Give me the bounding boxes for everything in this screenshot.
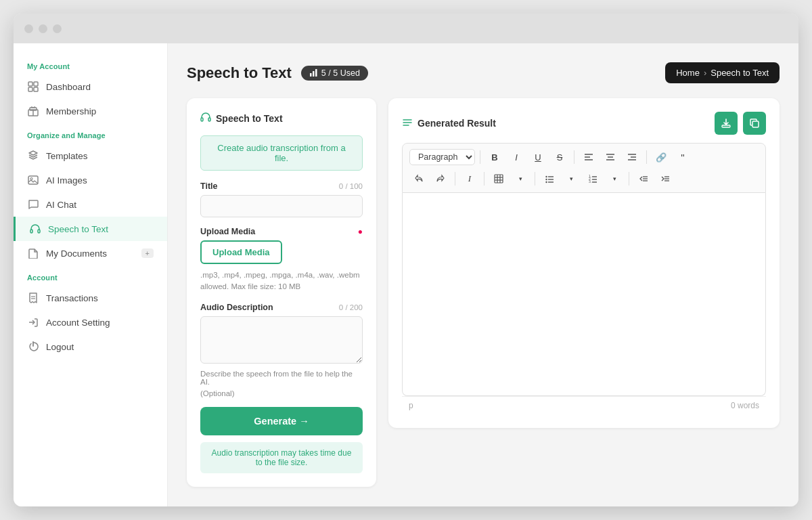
login-icon — [27, 316, 39, 328]
toolbar-row-2: I ▾ ▾ 1.2.3. — [409, 169, 759, 188]
left-card: Speech to Text Create audio transcriptio… — [187, 98, 376, 487]
sidebar-section-account: Account — [14, 265, 167, 286]
my-documents-badge: + — [141, 248, 154, 258]
sidebar-item-transactions-label: Transactions — [46, 293, 98, 303]
copy-btn[interactable] — [743, 112, 766, 135]
sidebar-section-my-account: My Account — [14, 54, 167, 74]
page-header: Speech to Text 5 / 5 Used Home › Speech … — [187, 62, 780, 83]
generate-button[interactable]: Generate → — [200, 407, 363, 435]
svg-rect-9 — [30, 230, 32, 233]
align-left-btn[interactable] — [579, 148, 598, 167]
title-input[interactable] — [200, 195, 363, 217]
audio-desc-count: 0 / 200 — [339, 303, 363, 311]
sidebar-item-ai-chat-label: AI Chat — [46, 200, 76, 210]
upload-media-form-group: Upload Media ● Upload Media .mp3, .mp4, … — [200, 227, 363, 293]
upload-media-label-text: Upload Media — [200, 227, 255, 236]
title-form-group: Title 0 / 100 — [200, 181, 363, 217]
sidebar-item-membership[interactable]: Membership — [14, 99, 167, 123]
sidebar-item-ai-images[interactable]: AI Images — [14, 168, 167, 192]
quote-btn[interactable]: " — [673, 148, 692, 167]
headphone-icon — [29, 223, 41, 235]
sidebar-item-my-documents[interactable]: My Documents + — [14, 241, 167, 265]
sidebar-item-dashboard[interactable]: Dashboard — [14, 74, 167, 99]
page-title-row: Speech to Text 5 / 5 Used — [187, 64, 368, 82]
generate-hint: Audio transcription may takes time due t… — [200, 442, 363, 473]
upload-media-button[interactable]: Upload Media — [200, 240, 282, 264]
align-right-btn[interactable] — [623, 148, 641, 167]
sidebar-item-speech-to-text-label: Speech to Text — [48, 224, 108, 234]
minimize-btn[interactable] — [39, 24, 47, 33]
ordered-list-btn[interactable]: 1.2.3. — [583, 169, 602, 188]
sidebar-item-membership-label: Membership — [46, 106, 96, 116]
sidebar-section-organize: Organize and Manage — [14, 123, 167, 144]
title-label: Title 0 / 100 — [200, 181, 363, 191]
right-card: Generated Result — [388, 98, 780, 428]
left-card-title: Speech to Text — [200, 112, 363, 125]
grid-icon — [27, 81, 39, 93]
word-count: 0 words — [731, 401, 759, 410]
sidebar: My Account Dashboard — [14, 43, 168, 506]
bullet-list-btn[interactable] — [540, 169, 559, 188]
title-count: 0 / 100 — [339, 182, 363, 190]
toolbar-divider-1 — [480, 150, 480, 164]
page-title: Speech to Text — [187, 64, 292, 82]
outdent-btn[interactable] — [634, 169, 653, 188]
sidebar-item-account-setting-label: Account Setting — [46, 318, 110, 328]
audio-desc-label: Audio Description 0 / 200 — [200, 303, 363, 312]
close-btn[interactable] — [24, 24, 33, 33]
two-col-layout: Speech to Text Create audio transcriptio… — [187, 98, 780, 487]
usage-badge: 5 / 5 Used — [301, 66, 368, 81]
sidebar-item-transactions[interactable]: Transactions — [14, 286, 167, 310]
chat-icon — [27, 198, 39, 211]
italic-btn[interactable]: I — [507, 148, 526, 167]
document-icon — [27, 247, 39, 259]
sidebar-item-speech-to-text[interactable]: Speech to Text — [14, 217, 167, 241]
result-title: Generated Result — [402, 117, 496, 130]
power-icon — [27, 341, 39, 353]
underline-btn[interactable]: U — [528, 148, 547, 167]
sidebar-item-templates[interactable]: Templates — [14, 144, 167, 168]
list-icon — [402, 117, 413, 130]
result-title-text: Generated Result — [418, 118, 496, 129]
svg-rect-7 — [28, 176, 38, 184]
sidebar-item-my-documents-label: My Documents — [46, 248, 107, 259]
audio-desc-textarea[interactable] — [200, 316, 363, 364]
paragraph-select[interactable]: Paragraph — [409, 149, 475, 165]
ordered-chevron-btn[interactable]: ▾ — [605, 169, 624, 188]
upload-media-label: Upload Media ● — [200, 227, 363, 236]
transcription-hint: Create audio transcription from a file. — [200, 135, 363, 171]
sidebar-item-templates-label: Templates — [46, 151, 88, 161]
toolbar-row-1: Paragraph B I U S — [409, 148, 759, 167]
table-chevron-btn[interactable]: ▾ — [511, 169, 530, 188]
code-btn[interactable]: I — [460, 169, 479, 188]
redo-btn[interactable] — [431, 169, 450, 188]
undo-btn[interactable] — [409, 169, 428, 188]
toolbar-divider-4 — [455, 172, 455, 186]
bold-btn[interactable]: B — [485, 148, 504, 167]
audio-desc-form-group: Audio Description 0 / 200 Describe the s… — [200, 303, 363, 397]
svg-point-38 — [545, 176, 547, 177]
traffic-lights — [24, 24, 62, 33]
svg-rect-16 — [315, 69, 317, 77]
sidebar-item-ai-chat[interactable]: AI Chat — [14, 192, 167, 217]
receipt-icon — [27, 292, 39, 304]
editor-body[interactable] — [402, 193, 766, 396]
toolbar-divider-7 — [629, 172, 629, 186]
table-btn[interactable] — [489, 169, 508, 188]
svg-rect-22 — [722, 125, 730, 127]
download-btn[interactable] — [715, 112, 738, 135]
image-icon — [27, 174, 39, 186]
sidebar-item-account-setting[interactable]: Account Setting — [14, 310, 167, 334]
svg-rect-17 — [201, 118, 203, 121]
strikethrough-btn[interactable]: S — [550, 148, 569, 167]
maximize-btn[interactable] — [53, 24, 62, 33]
audio-desc-hint: Describe the speech from the file to hel… — [200, 370, 363, 386]
link-btn[interactable]: 🔗 — [652, 148, 671, 167]
sidebar-item-logout[interactable]: Logout — [14, 334, 167, 359]
align-center-btn[interactable] — [601, 148, 620, 167]
svg-rect-15 — [313, 71, 315, 77]
bullet-chevron-btn[interactable]: ▾ — [562, 169, 581, 188]
indent-btn[interactable] — [656, 169, 675, 188]
svg-rect-1 — [34, 82, 38, 86]
svg-rect-14 — [310, 73, 312, 77]
